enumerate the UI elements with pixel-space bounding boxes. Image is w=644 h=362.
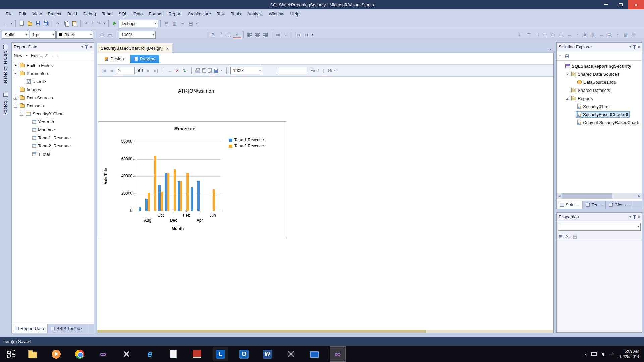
export-dropdown-icon[interactable]: ▾ — [220, 69, 223, 72]
menu-file[interactable]: File — [3, 10, 16, 17]
document-tab[interactable]: SecurityBasedChart.rdl [Design] × — [97, 43, 172, 53]
expander-icon[interactable]: ◢ — [565, 72, 569, 76]
close-icon[interactable]: × — [90, 45, 92, 49]
new-dropdown-icon[interactable]: ▾ — [25, 54, 28, 57]
italic-button[interactable]: I — [217, 31, 225, 38]
volume-icon[interactable] — [601, 352, 606, 356]
horizontal-scrollbar[interactable] — [97, 330, 553, 333]
categorized-icon[interactable]: ⊞ — [559, 234, 562, 239]
open-file-icon[interactable] — [26, 20, 34, 27]
close-icon[interactable]: × — [166, 46, 169, 51]
refresh-icon[interactable]: ↻ — [182, 68, 187, 73]
pc-status-icon[interactable] — [591, 352, 597, 356]
tab-class-view[interactable]: Class... — [606, 201, 633, 209]
menu-report[interactable]: Report — [165, 10, 184, 17]
tree-item-datasource1-rds[interactable]: DataSource1.rds — [557, 78, 642, 86]
expander-icon[interactable]: + — [14, 64, 17, 67]
notepad-button[interactable] — [166, 347, 181, 361]
menu-help[interactable]: Help — [287, 10, 303, 17]
remote-desktop-button[interactable] — [307, 347, 322, 361]
align-left-icon[interactable] — [246, 31, 253, 38]
start-debug-icon[interactable] — [111, 20, 118, 27]
align-right-icon[interactable] — [262, 31, 269, 38]
admin-tools-button[interactable] — [119, 347, 134, 361]
tab-preview[interactable]: Preview — [130, 55, 159, 63]
save-all-icon[interactable] — [42, 20, 50, 27]
horizontal-spacing-equal-icon[interactable]: ▥ — [590, 31, 597, 38]
pin-icon[interactable] — [634, 215, 635, 219]
underline-button[interactable]: U — [225, 31, 233, 38]
new-file-icon[interactable] — [18, 20, 25, 27]
menu-sql[interactable]: SQL — [116, 10, 130, 17]
bold-button[interactable]: B — [209, 31, 217, 38]
tree-item-reports[interactable]: ◢Reports — [557, 94, 642, 102]
border-style-combo[interactable]: Solid ▾ — [2, 31, 29, 39]
first-page-icon[interactable]: |◀ — [101, 68, 107, 73]
error-list-icon[interactable]: ≡ — [179, 20, 186, 27]
tab-report-data[interactable]: Report Data — [12, 324, 48, 333]
move-down-icon[interactable]: ↓ — [56, 53, 58, 58]
border-width-combo[interactable]: 1 pt ▾ — [30, 31, 56, 39]
tab-solution-explorer[interactable]: Solut... — [557, 201, 583, 209]
expander-icon[interactable]: − — [14, 72, 17, 75]
menu-analyze[interactable]: Analyze — [244, 10, 266, 17]
side-tab-toolbox[interactable]: Toolbox — [3, 93, 8, 115]
tree-item-monthee[interactable]: Monthee — [12, 126, 94, 134]
align-bottoms-icon[interactable]: ⊔ — [557, 31, 565, 38]
tab-team-explorer[interactable]: Tea... — [583, 201, 606, 209]
tab-ssis-toolbox[interactable]: SSIS Toolbox — [48, 324, 86, 333]
menu-team[interactable]: Team — [99, 10, 116, 17]
tree-item-ttotal[interactable]: TTotal — [12, 150, 94, 158]
hidden-icons-chevron[interactable]: ▴ — [585, 352, 587, 356]
start-button[interactable] — [3, 347, 20, 361]
tree-item-copy-of-securitybasedchart[interactable]: Copy of SecurityBasedChart. — [557, 118, 642, 126]
make-same-size-icon[interactable]: ▣ — [582, 31, 589, 38]
find-input[interactable] — [278, 67, 306, 74]
page-number-input[interactable] — [116, 67, 135, 74]
window-position-icon[interactable]: ▾ — [81, 45, 83, 49]
close-icon[interactable]: × — [638, 215, 640, 219]
navigate-dropdown-icon[interactable]: ▾ — [10, 22, 13, 25]
properties-window-icon[interactable]: ▤ — [187, 20, 195, 27]
menu-architecture[interactable]: Architecture — [185, 10, 214, 17]
window-position-icon[interactable]: ▾ — [629, 45, 631, 49]
taskbar-clock[interactable]: 6:09 AM 12/25/2014 — [619, 349, 639, 359]
close-icon[interactable]: × — [638, 45, 640, 49]
print-layout-icon[interactable] — [202, 68, 206, 73]
bullet-list-icon[interactable]: ∷ — [282, 31, 290, 38]
move-up-icon[interactable]: ↑ — [51, 53, 53, 58]
menu-tools[interactable]: Tools — [228, 10, 244, 17]
properties-object-combo[interactable]: ▾ — [558, 223, 641, 231]
align-rights-icon[interactable]: ⊣ — [533, 31, 541, 38]
window-position-icon[interactable]: ▾ — [629, 215, 631, 219]
undo-icon[interactable]: ↶ — [83, 20, 91, 27]
make-same-width-icon[interactable]: ↔ — [566, 31, 573, 38]
scroll-right-icon[interactable]: ▶ — [637, 194, 642, 198]
toolbar-overflow-icon[interactable]: ▾ — [195, 22, 198, 25]
menu-format[interactable]: Format — [146, 10, 165, 17]
border-outline-icon[interactable]: ⊞ — [98, 31, 106, 38]
tree-item-team1-revenue[interactable]: Team1_Revenue — [12, 134, 94, 142]
zoom-combo[interactable]: 100% ▾ — [119, 31, 156, 39]
horizontal-scrollbar[interactable]: ◀ ▶ — [557, 193, 642, 199]
tree-item-yearmth[interactable]: Yearmth — [12, 118, 94, 126]
home-icon[interactable]: ⌂ — [559, 53, 561, 58]
sql-data-tools-button[interactable] — [189, 347, 205, 361]
copy-icon[interactable] — [63, 20, 70, 27]
tree-item-data-sources[interactable]: +Data Sources — [12, 94, 94, 102]
redo-dropdown-icon[interactable]: ▾ — [103, 22, 106, 25]
show-all-files-icon[interactable]: ▤ — [565, 53, 569, 58]
tree-item-parameters[interactable]: −Parameters — [12, 69, 94, 77]
find-button[interactable]: Find — [308, 68, 321, 73]
tree-item-securitybasedchart-rdl[interactable]: SecurityBasedChart.rdl — [557, 110, 642, 118]
menu-build[interactable]: Build — [64, 10, 80, 17]
media-player-button[interactable] — [48, 347, 64, 361]
preview-zoom-combo[interactable]: 100% ▾ — [230, 67, 262, 74]
menu-test[interactable]: Test — [214, 10, 228, 17]
align-centers-icon[interactable]: ⊤ — [525, 31, 533, 38]
lync-button[interactable]: L — [213, 347, 228, 361]
next-page-icon[interactable]: ▶ — [146, 68, 151, 73]
tree-item-security01-rdl[interactable]: Security01.rdl — [557, 102, 642, 110]
new-button[interactable]: New — [14, 53, 22, 58]
team-explorer-icon[interactable]: ▧ — [171, 20, 178, 27]
